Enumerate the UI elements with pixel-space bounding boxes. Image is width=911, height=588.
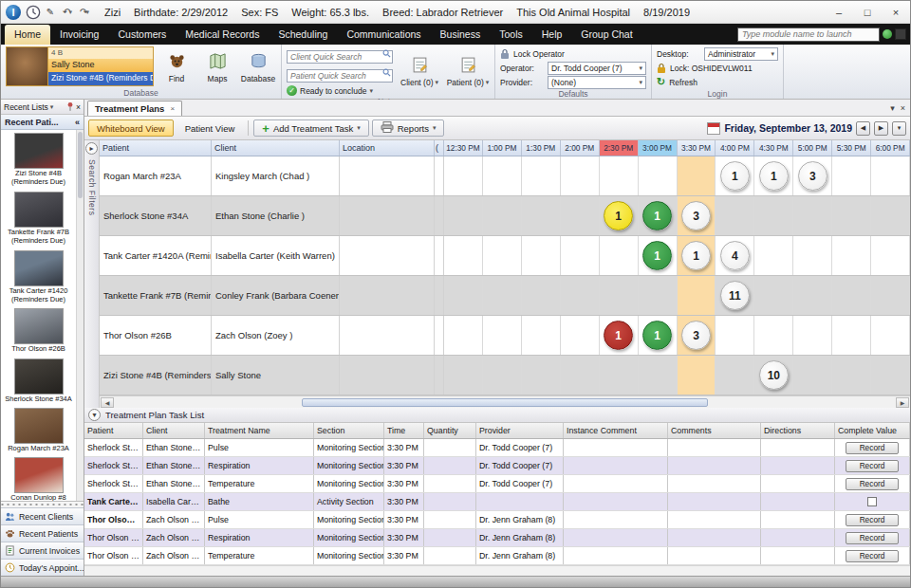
- schedule-slot[interactable]: 1: [716, 156, 754, 195]
- schedule-slot[interactable]: [871, 356, 910, 395]
- time-column-header[interactable]: 1:00 PM: [483, 140, 522, 156]
- lock-workstation-button[interactable]: Lock: OSHIDEVLW011: [657, 61, 778, 75]
- task-row[interactable]: Tank Carter #1420A Isabella Carter (Keit…: [84, 493, 910, 511]
- menu-tab[interactable]: Scheduling: [269, 25, 337, 45]
- recent-patients-panel-header[interactable]: Recent Pati... «: [1, 115, 84, 130]
- lock-operator-toggle[interactable]: Lock Operator: [500, 46, 646, 61]
- schedule-slot[interactable]: [483, 316, 522, 355]
- task-column-header[interactable]: Patient: [84, 423, 143, 438]
- pin-icon[interactable]: [66, 101, 74, 113]
- schedule-slot[interactable]: 1: [600, 196, 639, 235]
- schedule-slot[interactable]: 1: [639, 196, 678, 235]
- schedule-slot[interactable]: [444, 356, 483, 395]
- tabstrip-close-icon[interactable]: ×: [901, 103, 905, 113]
- time-column-header[interactable]: 5:00 PM: [793, 140, 832, 156]
- patient-banner-patient[interactable]: Zizi Stone #4B (Reminders Due): [48, 72, 153, 85]
- schedule-slot[interactable]: [444, 276, 483, 315]
- recent-patient-item[interactable]: Zizi Stone #4B (Reminders Due): [1, 130, 76, 189]
- sidebar-item-todays-appointments[interactable]: Today's Appoint...: [1, 559, 84, 576]
- task-count-bubble[interactable]: 3: [681, 321, 711, 350]
- task-column-header[interactable]: Time: [384, 423, 424, 438]
- current-patient-banner[interactable]: 4 B Sally Stone Zizi Stone #4B (Reminder…: [6, 46, 154, 86]
- schedule-slot[interactable]: [444, 156, 483, 195]
- schedule-slot[interactable]: [871, 276, 910, 315]
- schedule-slot[interactable]: 10: [754, 356, 793, 395]
- task-count-bubble[interactable]: 1: [604, 201, 633, 230]
- conclude-status-dropdown[interactable]: ✓ Ready to conclude ▾: [287, 84, 393, 97]
- task-column-header[interactable]: Provider: [476, 423, 564, 438]
- task-row[interactable]: Sherlock Stone #34A Ethan Stone (Charlie…: [84, 457, 910, 475]
- schedule-slot[interactable]: [678, 356, 716, 395]
- schedule-row[interactable]: Rogan March #23A Kingsley March (Chad ) …: [100, 156, 910, 196]
- schedule-slot[interactable]: [754, 276, 793, 315]
- sidebar-item-recent-clients[interactable]: Recent Clients: [1, 507, 84, 524]
- scroll-right-icon[interactable]: ▶: [896, 397, 909, 408]
- schedule-slot[interactable]: [561, 196, 600, 235]
- recent-lists-dropdown-icon[interactable]: ▾: [50, 103, 54, 111]
- next-day-button[interactable]: ▶: [874, 121, 888, 136]
- schedule-row[interactable]: Tank Carter #1420A (Reminders Due) Isabe…: [100, 236, 910, 276]
- task-count-bubble[interactable]: 1: [642, 241, 672, 270]
- date-picker-button[interactable]: ▾: [892, 121, 906, 136]
- schedule-slot[interactable]: 11: [716, 276, 754, 315]
- maps-button[interactable]: Maps: [199, 46, 235, 88]
- schedule-slot[interactable]: [483, 236, 522, 275]
- task-count-bubble[interactable]: 3: [798, 161, 827, 191]
- time-column-header[interactable]: 4:00 PM: [716, 140, 754, 156]
- tab-close-icon[interactable]: ×: [170, 104, 175, 113]
- patient-quick-search-input[interactable]: [287, 69, 393, 83]
- task-count-bubble[interactable]: 1: [642, 201, 672, 230]
- menu-tab[interactable]: Home: [5, 25, 50, 45]
- patient-notes-dropdown-icon[interactable]: ▾: [486, 79, 490, 86]
- menu-tab[interactable]: Communications: [337, 25, 430, 45]
- schedule-slot[interactable]: [793, 196, 832, 235]
- schedule-slot[interactable]: [832, 276, 871, 315]
- redo-icon[interactable]: ↷▾: [77, 5, 92, 20]
- recent-patient-item[interactable]: Tankette Frank #7B (Reminders Due): [1, 189, 76, 248]
- task-column-header[interactable]: Quantity: [424, 423, 476, 438]
- time-column-header[interactable]: 6:00 PM: [871, 140, 910, 156]
- col-header-patient[interactable]: Patient: [100, 140, 212, 156]
- schedule-slot[interactable]: [522, 276, 561, 315]
- collapse-task-list-icon[interactable]: ▾: [88, 409, 101, 421]
- schedule-slot[interactable]: [600, 236, 639, 275]
- schedule-slot[interactable]: [522, 156, 561, 195]
- task-column-header[interactable]: Comments: [668, 423, 761, 438]
- schedule-slot[interactable]: 1: [600, 316, 639, 355]
- whiteboard-view-button[interactable]: Whiteboard View: [88, 119, 174, 137]
- module-launcher-input[interactable]: [737, 28, 880, 42]
- schedule-slot[interactable]: 3: [793, 156, 832, 195]
- task-column-header[interactable]: Client: [143, 423, 205, 438]
- task-column-header[interactable]: Instance Comment: [564, 423, 668, 438]
- task-count-bubble[interactable]: 1: [642, 321, 672, 350]
- recent-patient-item[interactable]: Tank Carter #1420 (Reminders Due): [1, 248, 76, 306]
- schedule-row[interactable]: Tankette Frank #7B (Reminders Due) Conle…: [100, 276, 910, 316]
- schedule-slot[interactable]: 1: [639, 236, 678, 275]
- schedule-slot[interactable]: [483, 356, 522, 395]
- time-column-header[interactable]: 3:30 PM: [678, 140, 716, 156]
- time-column-header[interactable]: 1:30 PM: [522, 140, 561, 156]
- close-panel-icon[interactable]: ×: [76, 102, 81, 112]
- task-count-bubble[interactable]: 4: [720, 241, 750, 270]
- patient-view-button[interactable]: Patient View: [177, 119, 244, 137]
- menu-tab[interactable]: Group Chat: [571, 25, 641, 45]
- recent-patient-item[interactable]: Rogan March #23A: [1, 405, 76, 454]
- schedule-slot[interactable]: [600, 276, 639, 315]
- time-column-header[interactable]: 12:30 PM: [444, 140, 483, 156]
- sidebar-splitter[interactable]: [1, 501, 84, 507]
- expand-filters-icon[interactable]: ▸: [85, 142, 98, 155]
- find-button[interactable]: Find: [158, 46, 195, 88]
- schedule-slot[interactable]: [600, 356, 639, 395]
- schedule-slot[interactable]: [444, 196, 483, 235]
- task-row[interactable]: Sherlock Stone #34A Ethan Stone (Charlie…: [84, 475, 910, 493]
- maximize-button[interactable]: □: [853, 2, 882, 23]
- schedule-slot[interactable]: [522, 196, 561, 235]
- prev-day-button[interactable]: ◀: [856, 121, 870, 136]
- collapse-panel-icon[interactable]: «: [75, 118, 80, 127]
- tab-list-dropdown-icon[interactable]: ▾: [890, 103, 895, 113]
- schedule-slot[interactable]: 3: [678, 316, 716, 355]
- schedule-slot[interactable]: [793, 236, 832, 275]
- schedule-slot[interactable]: 4: [716, 236, 754, 275]
- record-button[interactable]: Record: [846, 550, 899, 562]
- schedule-slot[interactable]: [639, 276, 678, 315]
